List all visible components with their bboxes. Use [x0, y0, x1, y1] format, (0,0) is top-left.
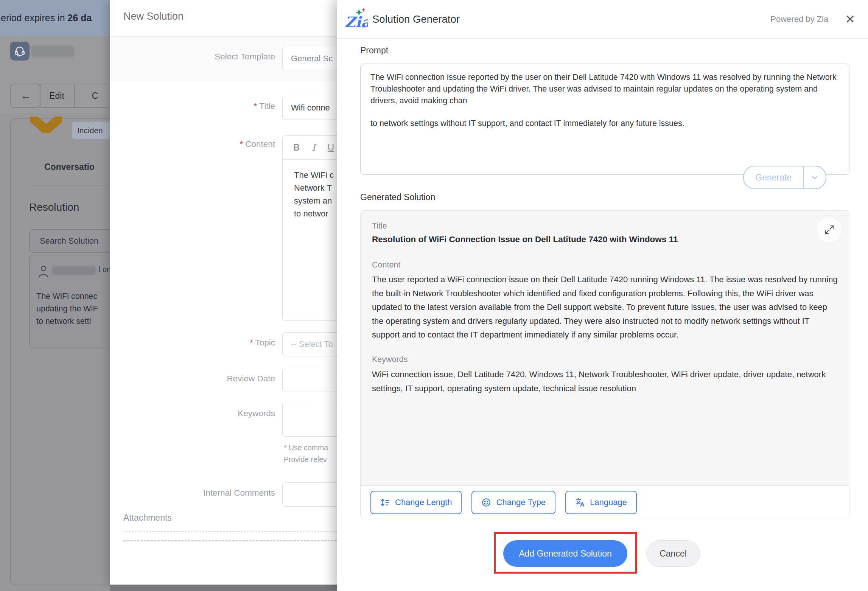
- italic-icon[interactable]: I: [312, 142, 315, 153]
- translate-icon: [575, 498, 585, 507]
- attachments-label: Attachments: [123, 513, 172, 523]
- keywords-helper-line: * Use comma: [284, 442, 328, 454]
- required-mark: *: [254, 101, 257, 111]
- headset-icon: [14, 45, 26, 57]
- close-icon[interactable]: ✕: [845, 12, 855, 26]
- edit-button[interactable]: Edit: [39, 84, 75, 107]
- title-label: *Title: [110, 101, 275, 111]
- new-solution-drawer: New Solution Select Template General Sc …: [110, 0, 337, 585]
- screen: eriod expires in 26 da ← Edit C: [0, 0, 868, 591]
- content-line: The WiFi c: [294, 169, 337, 182]
- result-keywords-value: WiFi connection issue, Dell Latitude 742…: [372, 367, 838, 395]
- required-mark: *: [250, 338, 253, 347]
- generated-solution-body: Title Resolution of WiFi Connection Issu…: [361, 211, 849, 485]
- keywords-input[interactable]: [282, 402, 337, 437]
- resolution-text-line: to network setti: [36, 315, 98, 328]
- content-line: system an: [294, 194, 337, 207]
- required-mark: *: [240, 139, 243, 149]
- editor-toolbar: B I U: [283, 136, 337, 160]
- generate-dropdown-button[interactable]: [804, 166, 826, 188]
- new-solution-header: New Solution: [110, 0, 337, 37]
- user-icon: [37, 264, 50, 278]
- language-button[interactable]: Language: [565, 491, 637, 514]
- expand-icon: [824, 224, 835, 235]
- content-line: to networ: [294, 207, 337, 220]
- content-editor[interactable]: B I U The WiFi c Network T system an to …: [282, 135, 337, 321]
- result-content-value: The user reported a WiFi connection issu…: [372, 273, 838, 342]
- result-actions-row: Change Length Change Type: [361, 485, 849, 518]
- title-input[interactable]: Wifi conne: [282, 96, 337, 120]
- bold-icon[interactable]: B: [293, 142, 300, 153]
- back-arrow-icon: ←: [20, 90, 31, 102]
- change-length-button[interactable]: Change Length: [370, 491, 462, 514]
- tab-conversation[interactable]: Conversatio: [44, 162, 95, 172]
- resolved-meta: l on: [99, 265, 110, 274]
- resolution-solution-card: l on The WiFi connec updating the WiF to…: [29, 255, 110, 348]
- generated-solution-heading: Generated Solution: [360, 192, 435, 202]
- ticket-avatar-mark: [30, 117, 62, 133]
- prompt-textarea[interactable]: The WiFi connection issue reported by th…: [360, 64, 849, 175]
- keywords-helper-text: * Use comma Provide relev: [284, 442, 328, 465]
- trial-banner-text: eriod expires in: [1, 12, 67, 23]
- change-type-button[interactable]: Change Type: [471, 491, 555, 514]
- add-generated-solution-button[interactable]: Add Generated Solution: [503, 540, 627, 567]
- smiley-icon: [481, 498, 491, 507]
- attachments-dropzone-edge[interactable]: [123, 540, 337, 541]
- back-button[interactable]: ←: [10, 84, 41, 108]
- prompt-paragraph: The WiFi connection issue reported by th…: [370, 72, 839, 107]
- orange-chevron-icon: [30, 117, 62, 133]
- search-solution-input[interactable]: Search Solution: [29, 229, 110, 253]
- generated-solution-card: Title Resolution of WiFi Connection Issu…: [360, 210, 849, 518]
- keywords-helper-line: Provide relev: [284, 454, 328, 465]
- internal-comments-input[interactable]: [282, 482, 337, 507]
- result-keywords-label: Keywords: [372, 355, 838, 364]
- review-date-label: Review Date: [110, 374, 275, 384]
- prompt-paragraph: to network settings without IT support, …: [370, 118, 839, 129]
- line-height-icon: [380, 498, 390, 507]
- prompt-label: Prompt: [360, 45, 388, 56]
- powered-by-zia: Powered by Zia: [770, 14, 828, 24]
- trial-banner: eriod expires in 26 da: [0, 0, 110, 36]
- author-name-blurred: [52, 266, 96, 275]
- change-type-label: Change Type: [496, 498, 545, 507]
- trial-banner-days: 26 da: [67, 12, 92, 23]
- dimmed-strip: [110, 585, 337, 591]
- language-label: Language: [590, 498, 627, 507]
- result-content-label: Content: [372, 260, 838, 270]
- new-solution-title: New Solution: [123, 11, 184, 22]
- internal-comments-label: Internal Comments: [110, 488, 275, 498]
- select-template-row: Select Template General Sc: [110, 37, 337, 81]
- svg-text:Zia: Zia: [345, 14, 368, 31]
- search-solution-placeholder: Search Solution: [40, 236, 98, 246]
- ticket-toolbar: ← Edit C: [0, 73, 110, 114]
- resolution-text-line: The WiFi connec: [36, 290, 98, 303]
- incident-badge-label: Inciden: [77, 126, 103, 135]
- attachments-divider: [123, 531, 337, 532]
- incident-badge: Inciden: [71, 121, 110, 140]
- generate-button[interactable]: Generate: [744, 166, 803, 188]
- review-date-input[interactable]: [282, 368, 337, 392]
- content-line: Network T: [294, 182, 337, 194]
- topic-select[interactable]: -- Select To: [282, 332, 337, 356]
- content-editor-text: The WiFi c Network T system an to networ: [283, 160, 337, 220]
- expand-button[interactable]: [817, 217, 842, 243]
- result-title-label: Title: [372, 221, 838, 231]
- select-template-dropdown[interactable]: General Sc: [282, 47, 337, 70]
- solution-generator-modal: Zia Solution Generator Powered by Zia ✕ …: [337, 0, 868, 591]
- content-label: *Content: [110, 139, 275, 149]
- app-name-blurred: [31, 46, 74, 57]
- dimmed-app-background: eriod expires in 26 da ← Edit C: [0, 0, 110, 591]
- select-template-label: Select Template: [110, 52, 275, 62]
- topic-placeholder: -- Select To: [291, 339, 333, 349]
- topic-label: *Topic: [110, 338, 275, 348]
- generator-footer: Add Generated Solution Cancel: [337, 530, 868, 579]
- underline-icon[interactable]: U: [328, 142, 334, 153]
- change-length-label: Change Length: [395, 498, 452, 507]
- edit-button-group: Edit C: [39, 84, 110, 108]
- clipped-button[interactable]: C: [75, 84, 110, 107]
- resolution-heading: Resolution: [29, 201, 79, 213]
- cancel-button[interactable]: Cancel: [646, 540, 700, 567]
- result-title-value: Resolution of WiFi Connection Issue on D…: [372, 235, 838, 244]
- tab-divider: [29, 185, 110, 186]
- solution-generator-title: Solution Generator: [372, 13, 460, 25]
